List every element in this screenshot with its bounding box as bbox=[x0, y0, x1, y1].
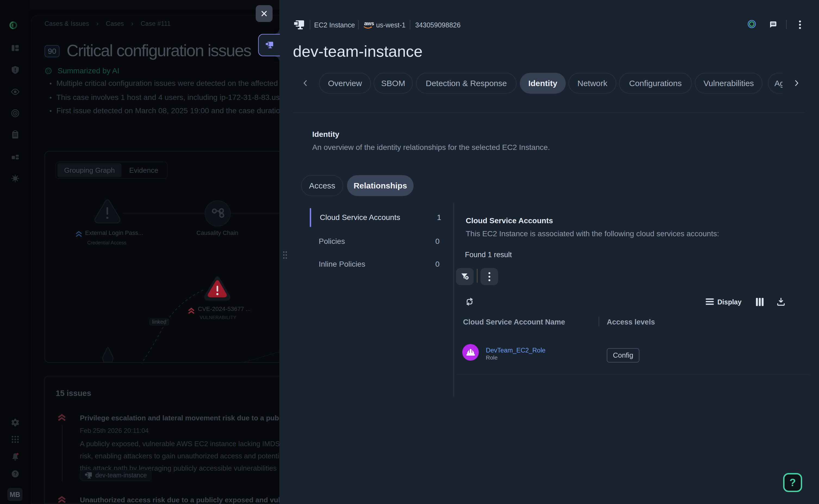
svg-text:?: ? bbox=[14, 471, 17, 477]
